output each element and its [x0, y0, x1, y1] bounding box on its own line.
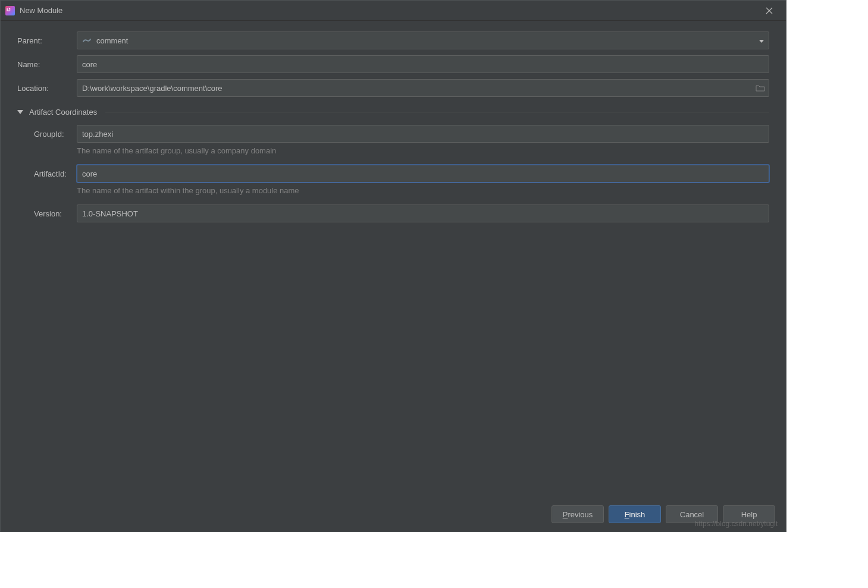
version-label: Version: [34, 209, 77, 218]
intellij-icon [5, 6, 15, 15]
artifactid-label: ArtifactId: [34, 169, 77, 178]
page-background-right [786, 0, 868, 588]
new-module-dialog: New Module Parent: comment Name: [0, 0, 786, 532]
parent-label: Parent: [17, 36, 77, 45]
groupid-hint: The name of the artifact group, usually … [17, 146, 769, 155]
close-icon [766, 7, 773, 14]
artifact-coordinates-header[interactable]: Artifact Coordinates [17, 108, 769, 117]
previous-button-label: revious [568, 510, 593, 519]
gradle-icon [82, 37, 92, 44]
parent-value: comment [96, 36, 759, 45]
artifactid-hint: The name of the artifact within the grou… [17, 186, 769, 195]
version-input[interactable] [77, 205, 769, 222]
page-background-bottom [0, 532, 868, 588]
groupid-label: GroupId: [34, 130, 77, 139]
location-label: Location: [17, 84, 77, 93]
watermark-text: https://blog.csdn.net/ytuglt [695, 520, 778, 528]
chevron-down-icon [759, 36, 764, 45]
artifactid-input[interactable] [77, 165, 769, 183]
titlebar: New Module [1, 1, 786, 21]
parent-dropdown[interactable]: comment [77, 32, 769, 49]
dialog-title: New Module [20, 6, 62, 15]
browse-button[interactable] [751, 79, 769, 97]
dialog-content: Parent: comment Name: Location: [1, 21, 786, 222]
groupid-input[interactable] [77, 125, 769, 143]
section-divider [105, 112, 769, 112]
name-label: Name: [17, 60, 77, 69]
finish-button-label: inish [629, 510, 645, 519]
collapse-arrow-icon [17, 108, 26, 117]
previous-button[interactable]: Previous [551, 505, 604, 523]
location-input[interactable] [77, 79, 769, 97]
name-input[interactable] [77, 55, 769, 73]
close-button[interactable] [757, 1, 781, 20]
folder-icon [756, 84, 765, 92]
section-title: Artifact Coordinates [29, 108, 97, 117]
finish-button[interactable]: Finish [609, 505, 661, 523]
